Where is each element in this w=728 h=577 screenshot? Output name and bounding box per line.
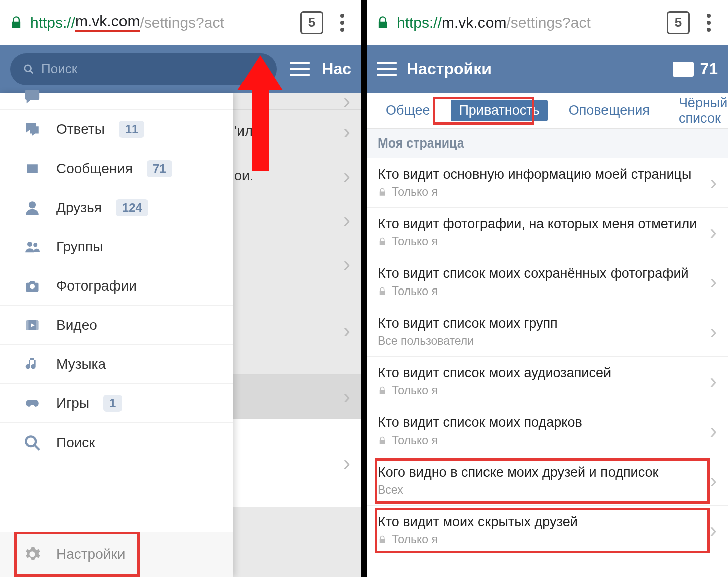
chevron-right-icon: ›	[710, 419, 717, 443]
tab-notifications[interactable]: Оповещения	[561, 100, 658, 121]
svg-point-0	[25, 65, 31, 71]
privacy-row[interactable]: Кто видит моих скрытых друзейТолько я›	[367, 506, 728, 555]
sidebar-item-games[interactable]: Игры 1	[0, 384, 233, 423]
obscured-row[interactable]: ои.›	[233, 154, 361, 198]
answers-icon	[22, 119, 42, 139]
obscured-row[interactable]: ›	[233, 198, 361, 242]
tab-privacy[interactable]: Приватность	[451, 100, 547, 121]
sidebar-item-answers[interactable]: Ответы 11	[0, 110, 233, 149]
privacy-row[interactable]: Кто видит список моих группВсе пользоват…	[367, 307, 728, 357]
sidebar-item-label: Сообщения	[56, 161, 133, 177]
browser-chrome-right: https://m.vk.com/settings?act 5	[367, 0, 728, 45]
sidebar-item-label: Игры	[56, 395, 89, 411]
search-icon	[22, 432, 42, 453]
obscured-row[interactable]: ›	[233, 419, 361, 507]
sidebar-item-music[interactable]: Музыка	[0, 345, 233, 384]
menu-icon[interactable]	[290, 62, 310, 76]
privacy-row-title: Кто видит список моих подарков	[378, 415, 701, 430]
svg-point-5	[30, 284, 35, 289]
privacy-row-title: Кого видно в списке моих друзей и подпис…	[378, 465, 701, 480]
lock-icon	[378, 287, 387, 296]
url-https: https://	[397, 14, 442, 31]
url-path: /settings?act	[140, 14, 224, 31]
privacy-row-value: Только я	[378, 533, 701, 546]
lock-icon	[378, 188, 387, 197]
browser-chrome-left: https://m.vk.com/settings?act 5	[0, 0, 361, 45]
privacy-row[interactable]: Кто видит список моих подарковТолько я›	[367, 406, 728, 456]
sidebar-item-messages[interactable]: Сообщения 71	[0, 149, 233, 188]
obscured-row[interactable]: 'ил.›	[233, 110, 361, 154]
privacy-row-value: Только я	[378, 185, 701, 199]
chevron-right-icon: ›	[710, 369, 717, 393]
sidebar-item-label: Музыка	[56, 356, 106, 372]
gear-icon	[22, 544, 42, 564]
groups-icon	[22, 237, 42, 257]
privacy-row-title: Кто видит список моих аудиозаписей	[378, 365, 701, 381]
video-icon	[22, 315, 42, 335]
friend-icon	[22, 198, 42, 218]
url-box[interactable]: https://m.vk.com/settings?act	[376, 14, 658, 31]
obscured-settings: › 'ил.› ои.› › › › › ›	[233, 93, 361, 577]
tab-count-value: 5	[675, 15, 682, 30]
sidebar-item-groups[interactable]: Группы	[0, 227, 233, 266]
privacy-row-value: Только я	[378, 284, 701, 298]
chevron-right-icon: ›	[710, 270, 717, 294]
lock-icon	[376, 16, 390, 30]
menu-icon[interactable]	[377, 62, 397, 76]
tab-count-value: 5	[308, 15, 315, 30]
obscured-row[interactable]: ›	[233, 375, 361, 419]
sidebar-item-settings[interactable]: Настройки	[0, 532, 233, 577]
privacy-row[interactable]: Кого видно в списке моих друзей и подпис…	[367, 456, 728, 506]
sidebar-item-video[interactable]: Видео	[0, 306, 233, 345]
right-screenshot: https://m.vk.com/settings?act 5 Настройк…	[367, 0, 728, 577]
privacy-row-value: Все пользователи	[378, 334, 701, 348]
screenshot-divider	[361, 0, 367, 577]
tab-blacklist[interactable]: Чёрный список	[671, 92, 728, 129]
sidebar-item-photos[interactable]: Фотографии	[0, 266, 233, 306]
page-title: Настройки	[407, 60, 492, 78]
obscured-row[interactable]: ›	[233, 286, 361, 375]
privacy-list: Кто видит основную информацию моей стран…	[367, 158, 728, 555]
header-title-partial: Нас	[322, 60, 351, 78]
url-https: https://	[30, 14, 75, 31]
chevron-right-icon: ›	[710, 469, 717, 493]
privacy-row-title: Кто видит список моих сохранённых фотогр…	[378, 266, 701, 281]
sidebar-item-label: Поиск	[56, 435, 95, 451]
left-screenshot: https://m.vk.com/settings?act 5 Поиск На…	[0, 0, 361, 577]
lock-icon	[378, 386, 387, 395]
search-input[interactable]: Поиск	[10, 53, 277, 85]
tab-general[interactable]: Общее	[378, 100, 438, 121]
mail-count: 71	[700, 60, 718, 78]
url-box[interactable]: https://m.vk.com/settings?act	[9, 13, 291, 32]
lock-icon	[378, 436, 387, 445]
privacy-row[interactable]: Кто видит основную информацию моей стран…	[367, 158, 728, 208]
sidebar-item-label: Настройки	[56, 546, 125, 562]
mail-icon	[22, 159, 42, 179]
sidebar-item-friends[interactable]: Друзья 124	[0, 188, 233, 227]
kebab-menu-icon[interactable]	[699, 14, 719, 32]
mail-badge[interactable]: 71	[673, 60, 718, 78]
privacy-row[interactable]: Кто видит список моих аудиозаписейТолько…	[367, 357, 728, 406]
sidebar-item-label: Группы	[56, 239, 103, 255]
kebab-menu-icon[interactable]	[332, 14, 352, 32]
obscured-row[interactable]: ›	[233, 242, 361, 286]
chevron-right-icon: ›	[710, 171, 717, 195]
svg-line-10	[34, 445, 39, 450]
url-host: m.vk.com	[75, 13, 140, 32]
privacy-row-value: Только я	[378, 434, 701, 447]
svg-rect-8	[36, 320, 39, 330]
mail-icon	[673, 62, 694, 77]
section-header: Моя страница	[367, 129, 728, 158]
sidebar-badge: 124	[116, 199, 148, 216]
tab-count-button[interactable]: 5	[300, 11, 323, 34]
privacy-row[interactable]: Кто видит список моих сохранённых фотогр…	[367, 257, 728, 307]
comment-icon	[22, 86, 42, 106]
vk-header-right: Настройки 71	[367, 45, 728, 93]
search-icon	[23, 64, 34, 75]
sidebar-item-search[interactable]: Поиск	[0, 423, 233, 462]
privacy-row[interactable]: Кто видит фотографии, на которых меня от…	[367, 208, 728, 257]
sidebar-item-partial[interactable]	[0, 93, 233, 110]
obscured-row[interactable]: ›	[233, 93, 361, 110]
svg-point-4	[33, 243, 37, 247]
tab-count-button[interactable]: 5	[667, 11, 690, 34]
